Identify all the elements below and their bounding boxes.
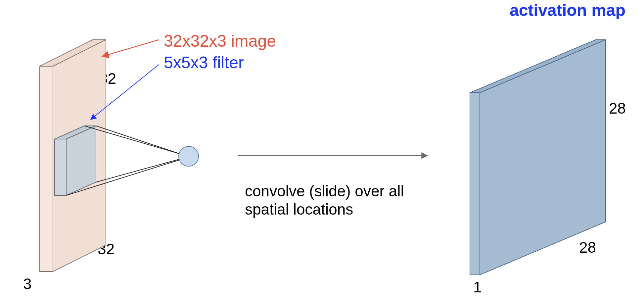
svg-marker-3	[55, 139, 66, 195]
svg-line-8	[96, 159, 180, 182]
svg-marker-10	[470, 93, 480, 275]
neuron-circle	[179, 146, 199, 166]
image-label-arrow	[103, 40, 159, 56]
filter-volume	[55, 126, 96, 195]
svg-marker-12	[480, 40, 606, 275]
svg-marker-0	[40, 66, 53, 272]
diagram-stage: activation map 32x32x3 image 5x5x3 filte…	[0, 0, 644, 302]
diagram-svg	[0, 0, 644, 302]
svg-line-7	[96, 126, 180, 154]
output-volume	[470, 40, 606, 275]
